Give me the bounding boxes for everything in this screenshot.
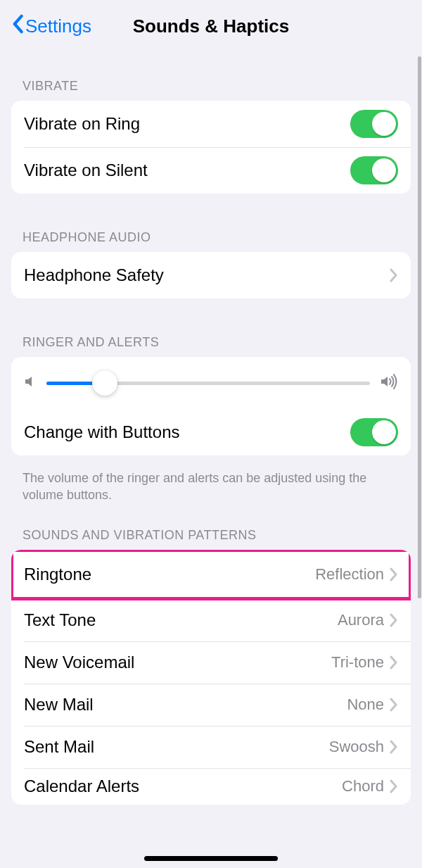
row-label: Headphone Safety	[24, 265, 164, 285]
section-footer-ringer: The volume of the ringer and alerts can …	[11, 463, 411, 504]
row-vibrate-on-silent[interactable]: Vibrate on Silent	[11, 147, 411, 194]
row-value: Aurora	[338, 611, 384, 629]
row-headphone-safety[interactable]: Headphone Safety	[11, 252, 411, 298]
slider-thumb[interactable]	[92, 370, 117, 396]
row-new-mail[interactable]: New Mail None	[11, 684, 411, 726]
navigation-bar: Settings Sounds & Haptics	[11, 0, 411, 39]
chevron-right-icon	[390, 567, 398, 581]
row-value: Swoosh	[329, 738, 384, 756]
row-change-with-buttons[interactable]: Change with Buttons	[11, 409, 411, 455]
row-label: New Mail	[24, 695, 94, 715]
section-header-sounds: SOUNDS AND VIBRATION PATTERNS	[11, 528, 411, 550]
row-value: Tri-tone	[331, 653, 384, 672]
toggle-vibrate-on-silent[interactable]	[350, 156, 398, 184]
group-vibrate: Vibrate on Ring Vibrate on Silent	[11, 101, 411, 194]
chevron-right-icon	[390, 740, 398, 754]
chevron-right-icon	[390, 268, 398, 282]
toggle-change-with-buttons[interactable]	[350, 418, 398, 446]
chevron-right-icon	[390, 779, 398, 793]
chevron-right-icon	[390, 698, 398, 712]
group-ringer: Change with Buttons	[11, 357, 411, 455]
chevron-right-icon	[390, 655, 398, 669]
chevron-right-icon	[390, 613, 398, 627]
row-label: Sent Mail	[24, 737, 94, 757]
row-label: Vibrate on Ring	[24, 114, 140, 134]
volume-slider[interactable]	[46, 382, 370, 385]
section-header-headphone: HEADPHONE AUDIO	[11, 230, 411, 252]
row-volume-slider	[11, 357, 411, 409]
back-button[interactable]: Settings	[11, 14, 91, 39]
speaker-high-icon	[380, 374, 398, 392]
row-label: New Voicemail	[24, 653, 134, 672]
row-new-voicemail[interactable]: New Voicemail Tri-tone	[11, 641, 411, 684]
row-value: Chord	[342, 777, 384, 795]
toggle-vibrate-on-ring[interactable]	[350, 110, 398, 138]
row-label: Calendar Alerts	[24, 776, 139, 796]
row-label: Vibrate on Silent	[24, 161, 148, 180]
group-headphone: Headphone Safety	[11, 252, 411, 298]
row-label: Change with Buttons	[24, 422, 179, 442]
speaker-low-icon	[24, 375, 37, 391]
back-label: Settings	[25, 15, 91, 37]
row-text-tone[interactable]: Text Tone Aurora	[11, 599, 411, 641]
row-label: Ringtone	[24, 565, 91, 584]
section-header-vibrate: VIBRATE	[11, 79, 411, 101]
chevron-left-icon	[11, 14, 24, 39]
row-ringtone[interactable]: Ringtone Reflection	[11, 550, 411, 599]
row-vibrate-on-ring[interactable]: Vibrate on Ring	[11, 101, 411, 147]
row-sent-mail[interactable]: Sent Mail Swoosh	[11, 726, 411, 768]
group-sounds: Ringtone Reflection Text Tone Aurora New…	[11, 550, 411, 805]
row-label: Text Tone	[24, 610, 96, 630]
section-header-ringer: RINGER AND ALERTS	[11, 335, 411, 357]
scrollbar[interactable]	[418, 56, 421, 598]
home-indicator[interactable]	[144, 856, 278, 861]
row-value: None	[347, 696, 384, 714]
row-calendar-alerts[interactable]: Calendar Alerts Chord	[11, 768, 411, 805]
row-value: Reflection	[315, 565, 384, 584]
